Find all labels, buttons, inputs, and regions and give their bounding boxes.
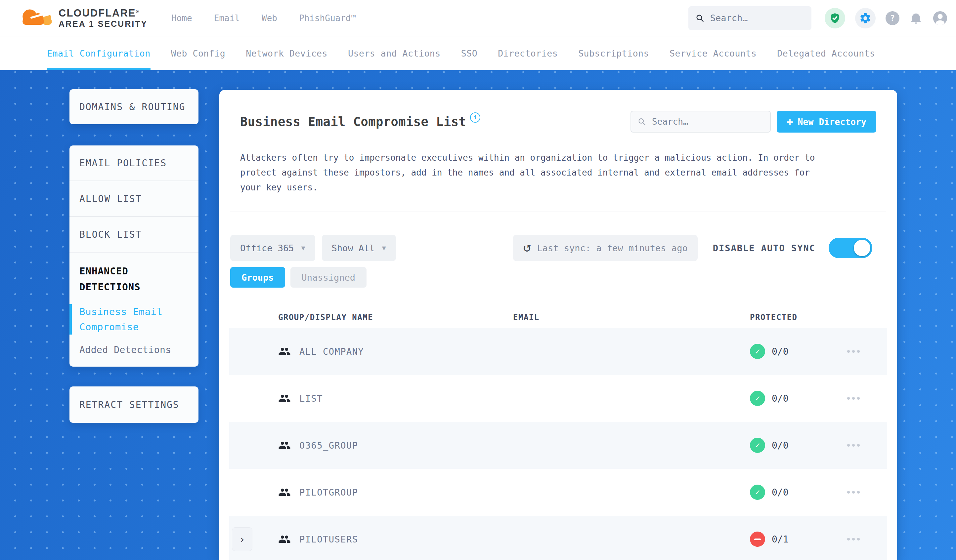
panel-search-input[interactable] — [651, 116, 764, 127]
directory-select[interactable]: Office 365 ▼ — [230, 235, 315, 261]
row-actions-ellipsis[interactable] — [847, 444, 887, 447]
protected-count: 0/0 — [772, 440, 789, 451]
subnav-item-web-config[interactable]: Web Config — [171, 36, 226, 70]
tab-unassigned[interactable]: Unassigned — [291, 267, 367, 288]
protected-count: 0/1 — [772, 534, 789, 545]
row-name: ALL COMPANY — [299, 347, 364, 357]
column-header-protected: PROTECTED — [750, 313, 847, 322]
sidebar-section-enhanced-detections: ENHANCED DETECTIONS Business Email Compr… — [69, 253, 198, 367]
notifications-bell-icon[interactable] — [909, 12, 923, 25]
sidebar-item-email-policies[interactable]: EMAIL POLICIES — [69, 146, 198, 181]
subnav-item-sso[interactable]: SSO — [461, 36, 477, 70]
subnav-item-network-devices[interactable]: Network Devices — [246, 36, 327, 70]
status-badge — [750, 344, 765, 359]
sidebar-item-added-detections[interactable]: Added Detections — [69, 345, 189, 355]
subnav: Email ConfigurationWeb ConfigNetwork Dev… — [0, 36, 956, 70]
nav-item-web[interactable]: Web — [262, 13, 277, 23]
settings-gear-icon[interactable] — [855, 8, 876, 28]
panel-head: Business Email Compromise List i + New D… — [240, 111, 876, 133]
protected-count: 0/0 — [772, 393, 789, 404]
brand-name: CLOUDFLARE® — [58, 8, 148, 19]
sidebar-item-enhanced-detections[interactable]: ENHANCED DETECTIONS — [69, 263, 189, 295]
group-people-icon — [278, 439, 291, 452]
tab-groups[interactable]: Groups — [230, 267, 285, 288]
sidebar-item-business-email-compromise[interactable]: Business Email Compromise — [69, 304, 189, 334]
status-badge — [750, 532, 765, 547]
search-icon — [696, 13, 704, 23]
filter-row: Office 365 ▼ Show All ▼ ↺ Last sync: a f… — [229, 235, 887, 261]
chevron-down-icon: ▼ — [301, 244, 305, 252]
auto-sync-label: DISABLE AUTO SYNC — [713, 243, 815, 253]
row-actions-ellipsis[interactable] — [847, 491, 887, 494]
protected-count: 0/0 — [772, 346, 789, 357]
help-icon[interactable]: ? — [885, 11, 899, 25]
nav-item-home[interactable]: Home — [171, 13, 192, 23]
row-actions-ellipsis[interactable] — [847, 538, 887, 541]
sidebar-item-retract-settings[interactable]: RETRACT SETTINGS — [69, 386, 198, 423]
main-panel: Business Email Compromise List i + New D… — [219, 90, 897, 560]
row-name: PILOTGROUP — [299, 487, 358, 497]
groups-table: GROUP/DISPLAY NAME EMAIL PROTECTED › ALL… — [229, 307, 887, 560]
row-actions-ellipsis[interactable] — [847, 350, 887, 353]
sidebar-item-allow-list[interactable]: ALLOW LIST — [69, 181, 198, 217]
table-row: › O365_GROUP 0/0 — [229, 422, 887, 469]
sidebar-item-block-list[interactable]: BLOCK LIST — [69, 217, 198, 253]
group-people-icon — [278, 392, 291, 405]
plus-icon: + — [787, 116, 793, 127]
global-search-input[interactable] — [709, 13, 804, 24]
row-name: PILOTUSERS — [299, 534, 358, 544]
table-header: GROUP/DISPLAY NAME EMAIL PROTECTED — [229, 307, 887, 328]
row-name: O365_GROUP — [299, 440, 358, 450]
subnav-item-service-accounts[interactable]: Service Accounts — [670, 36, 756, 70]
subnav-item-email-configuration[interactable]: Email Configuration — [47, 36, 151, 70]
group-people-icon — [278, 533, 291, 546]
column-header-name: GROUP/DISPLAY NAME — [278, 313, 513, 322]
group-people-icon — [278, 345, 291, 358]
header-icons: ? — [825, 8, 948, 28]
page-title: Business Email Compromise List — [240, 115, 466, 129]
row-actions-ellipsis[interactable] — [847, 397, 887, 400]
subnav-item-users-and-actions[interactable]: Users and Actions — [348, 36, 440, 70]
user-avatar-icon[interactable] — [932, 11, 948, 26]
status-badge — [750, 485, 765, 500]
auto-sync-toggle[interactable] — [829, 238, 872, 258]
panel-search[interactable] — [631, 111, 771, 133]
subnav-item-directories[interactable]: Directories — [498, 36, 558, 70]
last-sync-button[interactable]: ↺ Last sync: a few minutes ago — [513, 235, 697, 261]
new-directory-button[interactable]: + New Directory — [777, 111, 876, 133]
group-people-icon — [278, 486, 291, 499]
sidebar-item-domains-routing[interactable]: DOMAINS & ROUTING — [69, 89, 198, 124]
last-sync-text: Last sync: a few minutes ago — [537, 243, 688, 253]
global-search[interactable] — [689, 6, 811, 30]
brand-logo: CLOUDFLARE® AREA 1 SECURITY — [18, 6, 148, 30]
nav-item-email[interactable]: Email — [214, 13, 240, 23]
cloudflare-cloud-icon — [18, 6, 54, 30]
brand-subtitle: AREA 1 SECURITY — [58, 19, 148, 28]
tabs: GroupsUnassigned — [229, 267, 887, 288]
table-row: › LIST 0/0 — [229, 375, 887, 422]
table-row: › ALL COMPANY 0/0 — [229, 328, 887, 375]
table-body: › ALL COMPANY 0/0 › LIST 0/0 — [229, 328, 887, 560]
subnav-item-delegated-accounts[interactable]: Delegated Accounts — [777, 36, 875, 70]
status-badge — [750, 391, 765, 406]
protected-count: 0/0 — [772, 487, 789, 498]
column-header-email: EMAIL — [513, 313, 750, 322]
row-name: LIST — [299, 394, 323, 404]
show-filter-select[interactable]: Show All ▼ — [322, 235, 396, 261]
registered-mark: ® — [136, 9, 140, 14]
divider — [230, 212, 886, 212]
expand-row-button[interactable]: › — [232, 527, 252, 551]
table-row: › PILOTUSERS 0/1 — [229, 516, 887, 560]
workspace: DOMAINS & ROUTING EMAIL POLICIES ALLOW L… — [0, 70, 956, 560]
table-row: › PILOTGROUP 0/0 — [229, 469, 887, 516]
sidebar-policies-card: EMAIL POLICIES ALLOW LIST BLOCK LIST ENH… — [69, 146, 198, 367]
chevron-down-icon: ▼ — [382, 244, 386, 252]
subnav-item-subscriptions[interactable]: Subscriptions — [578, 36, 649, 70]
nav-item-phishguard[interactable]: PhishGuard™ — [299, 13, 356, 23]
page-description: Attackers often try to impersonate execu… — [240, 151, 832, 195]
refresh-icon: ↺ — [523, 240, 531, 254]
shield-check-icon[interactable] — [825, 8, 845, 28]
status-badge — [750, 438, 765, 453]
info-icon[interactable]: i — [470, 112, 480, 122]
sidebar: DOMAINS & ROUTING EMAIL POLICIES ALLOW L… — [69, 89, 198, 423]
